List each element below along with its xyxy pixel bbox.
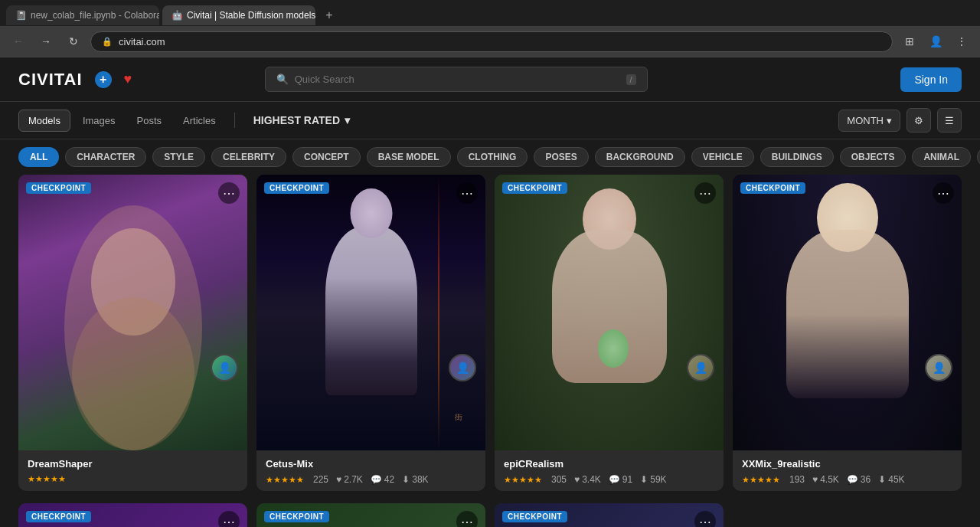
model-card-dreamshaper[interactable]: CHECKPOINT ⋯ 👤 DreamShaper ★★★★★ xyxy=(18,175,247,491)
sign-in-button[interactable]: Sign In xyxy=(900,67,962,92)
search-input[interactable] xyxy=(295,74,620,85)
dreamshaper-stars: ★★★★★ xyxy=(28,474,66,484)
cetusmix-title: Cetus-Mix xyxy=(266,458,476,470)
highest-rated-chevron: ▾ xyxy=(345,114,350,126)
address-bar[interactable]: 🔒 civitai.com xyxy=(90,31,893,52)
epicrealism-stats: ★★★★★ 305 ♥ 3.4K 💬 91 ⬇ 59K xyxy=(504,474,714,485)
highest-rated-label: HIGHEST RATED xyxy=(253,114,340,126)
card-image-dreamshaper: CHECKPOINT ⋯ 👤 xyxy=(18,175,247,450)
cat-pill-clothing[interactable]: CLOTHING xyxy=(457,147,528,167)
cetusmix-likes: ♥ 2.7K xyxy=(336,474,363,485)
model-grid: CHECKPOINT ⋯ 👤 DreamShaper ★★★★★ xyxy=(0,175,980,503)
dreamshaper-avatar: 👤 xyxy=(211,354,238,381)
model-card-partial-1[interactable]: Updated ⋯ CHECKPOINT xyxy=(18,503,247,527)
epicrealism-checkpoint-badge: CHECKPOINT xyxy=(502,182,567,194)
search-bar[interactable]: 🔍 / xyxy=(265,67,648,92)
period-button[interactable]: MONTH ▾ xyxy=(838,110,900,132)
tab-articles[interactable]: Articles xyxy=(174,110,225,131)
model-card-partial-3[interactable]: CHECKPOINT ⋯ xyxy=(495,503,724,527)
cat-pill-concept[interactable]: CONCEPT xyxy=(292,147,361,167)
tab-title-civitai: Civitai | Stable Diffusion models... xyxy=(187,10,315,21)
tab-favicon-colab: 📓 xyxy=(15,10,26,21)
cat-pill-objects[interactable]: OBJECTS xyxy=(840,147,906,167)
xxmix-menu[interactable]: ⋯ xyxy=(933,182,954,204)
cat-pill-celebrity[interactable]: CELEBRITY xyxy=(211,147,286,167)
logo-text: CIVITAI xyxy=(18,70,83,90)
tab-models[interactable]: Models xyxy=(18,110,70,132)
xxmix-downloads: ⬇ 45K xyxy=(878,474,904,485)
tab-colab[interactable]: 📓 new_colab_file.ipynb - Colabora... ✕ xyxy=(6,5,159,25)
model-card-cetus-mix[interactable]: 街 CHECKPOINT ⋯ 👤 Cetus-Mix ★★★★★ 225 ♥ 2… xyxy=(256,175,485,491)
menu-button[interactable]: ⋮ xyxy=(951,31,972,52)
partial1-menu[interactable]: ⋯ xyxy=(218,511,240,527)
address-text: civitai.com xyxy=(119,36,165,47)
period-chevron: ▾ xyxy=(887,115,892,126)
xxmix-rating: 193 xyxy=(789,474,805,485)
model-card-epicrealism[interactable]: CHECKPOINT ⋯ 👤 epiCRealism ★★★★★ 305 ♥ 3… xyxy=(495,175,724,491)
epicrealism-info: epiCRealism ★★★★★ 305 ♥ 3.4K 💬 91 ⬇ 59K xyxy=(495,450,724,491)
nav-right: MONTH ▾ ⚙ ☰ xyxy=(838,108,962,133)
page: CIVITAI + ♥ 🔍 / Sign In Models Images Po… xyxy=(0,57,980,527)
cat-pill-animal[interactable]: ANIMAL xyxy=(912,147,971,167)
cetusmix-avatar: 👤 xyxy=(449,354,476,381)
tab-posts[interactable]: Posts xyxy=(128,110,172,131)
xxmix-likes: ♥ 4.5K xyxy=(812,474,839,485)
cat-pill-all[interactable]: ALL xyxy=(18,147,59,167)
partial3-checkpoint-badge: CHECKPOINT xyxy=(502,511,567,522)
xxmix-stats: ★★★★★ 193 ♥ 4.5K 💬 36 ⬇ 45K xyxy=(742,474,952,485)
cat-pill-character[interactable]: CHARACTER xyxy=(65,147,146,167)
extensions-button[interactable]: ⊞ xyxy=(899,31,920,52)
cetusmix-menu[interactable]: ⋯ xyxy=(456,182,478,204)
profile-button[interactable]: 👤 xyxy=(925,31,946,52)
period-label: MONTH xyxy=(847,115,884,126)
cat-pill-tool[interactable]: TOOL xyxy=(977,147,980,167)
cat-pill-style[interactable]: STYLE xyxy=(152,147,205,167)
cetusmix-checkpoint-badge: CHECKPOINT xyxy=(264,182,329,194)
dreamshaper-menu[interactable]: ⋯ xyxy=(218,182,240,204)
partial3-menu[interactable]: ⋯ xyxy=(694,511,716,527)
cat-pill-vehicle[interactable]: VEHICLE xyxy=(691,147,754,167)
dreamshaper-title: DreamShaper xyxy=(28,458,238,470)
forward-button[interactable]: → xyxy=(35,31,57,52)
logo-heart-icon[interactable]: ♥ xyxy=(124,71,132,87)
model-card-xxmix[interactable]: CHECKPOINT ⋯ 👤 XXMix_9realistic ★★★★★ 19… xyxy=(733,175,962,491)
partial2-menu[interactable]: ⋯ xyxy=(456,511,478,527)
cetusmix-stats: ★★★★★ 225 ♥ 2.7K 💬 42 ⬇ 38K xyxy=(266,474,476,485)
epicrealism-stars: ★★★★★ xyxy=(504,475,542,485)
browser-chrome: 📓 new_colab_file.ipynb - Colabora... ✕ 🤖… xyxy=(0,0,980,57)
card-image-epicrealism: CHECKPOINT ⋯ 👤 xyxy=(495,175,724,450)
nav-bar: ← → ↻ 🔒 civitai.com ⊞ 👤 ⋮ xyxy=(0,26,980,57)
new-tab-button[interactable]: + xyxy=(318,5,340,26)
tab-images[interactable]: Images xyxy=(74,110,125,131)
filter-button[interactable]: ⚙ xyxy=(906,108,931,133)
category-bar: ALL CHARACTER STYLE CELEBRITY CONCEPT BA… xyxy=(0,139,980,175)
logo-plus-button[interactable]: + xyxy=(95,71,112,88)
highest-rated-button[interactable]: HIGHEST RATED ▾ xyxy=(244,110,359,131)
model-grid-row2: Updated ⋯ CHECKPOINT CHECKPOINT ⋯ CHECKP… xyxy=(0,503,980,527)
xxmix-avatar: 👤 xyxy=(925,354,952,381)
back-button[interactable]: ← xyxy=(8,31,29,52)
xxmix-title: XXMix_9realistic xyxy=(742,458,952,470)
cat-pill-buildings[interactable]: BUILDINGS xyxy=(760,147,834,167)
xxmix-info: XXMix_9realistic ★★★★★ 193 ♥ 4.5K 💬 36 ⬇… xyxy=(733,450,962,491)
cetusmix-rating: 225 xyxy=(313,474,328,485)
epicrealism-comments: 💬 91 xyxy=(609,474,632,485)
tab-civitai[interactable]: 🤖 Civitai | Stable Diffusion models... ✕ xyxy=(162,5,315,25)
cat-pill-poses[interactable]: POSES xyxy=(534,147,588,167)
cetusmix-stars: ★★★★★ xyxy=(266,475,304,485)
grid-view-button[interactable]: ☰ xyxy=(937,108,962,133)
reload-button[interactable]: ↻ xyxy=(63,31,84,52)
epicrealism-menu[interactable]: ⋯ xyxy=(694,182,716,204)
logo: CIVITAI xyxy=(18,70,83,90)
cat-pill-background[interactable]: BACKGROUND xyxy=(595,147,685,167)
xxmix-checkpoint-badge: CHECKPOINT xyxy=(740,182,805,194)
tab-title-colab: new_colab_file.ipynb - Colabora... xyxy=(31,10,159,21)
model-card-partial-2[interactable]: CHECKPOINT ⋯ xyxy=(256,503,485,527)
site-header: CIVITAI + ♥ 🔍 / Sign In xyxy=(0,57,980,102)
epicrealism-likes: ♥ 3.4K xyxy=(574,474,601,485)
cat-pill-base-model[interactable]: BASE MODEL xyxy=(367,147,451,167)
search-icon: 🔍 xyxy=(276,74,289,85)
nav-divider xyxy=(234,113,235,128)
dreamshaper-checkpoint-badge: CHECKPOINT xyxy=(26,182,91,194)
epicrealism-downloads: ⬇ 59K xyxy=(640,474,666,485)
